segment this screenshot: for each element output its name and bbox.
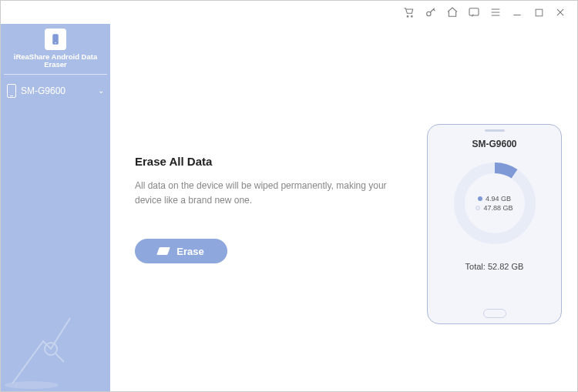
- erase-button[interactable]: Erase: [135, 239, 227, 263]
- svg-point-1: [411, 15, 412, 17]
- close-icon[interactable]: [554, 6, 566, 18]
- sidebar-decoration-icon: [1, 299, 110, 391]
- storage-legend: 4.94 GB 47.88 GB: [449, 157, 541, 250]
- legend-used: 4.94 GB: [478, 195, 511, 203]
- phone-icon: [7, 84, 16, 98]
- brand: iReaShare Android Data Eraser: [1, 24, 110, 78]
- home-icon[interactable]: [446, 6, 459, 18]
- dot-used-icon: [478, 196, 482, 201]
- chevron-down-icon: ⌄: [98, 86, 104, 95]
- erase-button-label: Erase: [176, 246, 203, 257]
- app-body: iReaShare Android Data Eraser SM-G9600 ⌄…: [1, 24, 577, 391]
- brand-logo-icon: [45, 28, 66, 50]
- svg-point-6: [55, 42, 56, 44]
- minimize-icon[interactable]: [511, 6, 523, 18]
- content-pane: Erase All Data All data on the device wi…: [110, 24, 427, 391]
- used-label: 4.94 GB: [486, 195, 511, 203]
- dot-free-icon: [476, 206, 480, 210]
- phone-speaker-icon: [485, 129, 505, 132]
- feedback-icon[interactable]: [468, 6, 480, 18]
- svg-rect-4: [536, 9, 543, 16]
- brand-name: iReaShare Android Data Eraser: [4, 52, 107, 75]
- cart-icon[interactable]: [403, 6, 415, 18]
- svg-point-7: [5, 381, 59, 389]
- svg-point-2: [427, 12, 431, 15]
- phone-preview: SM-G9600 4.94 GB 47.88 GB: [427, 124, 562, 324]
- total-storage-label: Total: 52.82 GB: [465, 262, 524, 271]
- device-model: SM-G9600: [472, 139, 516, 149]
- titlebar: [1, 1, 577, 24]
- menu-icon[interactable]: [489, 6, 502, 18]
- storage-donut: 4.94 GB 47.88 GB: [449, 157, 541, 250]
- key-icon[interactable]: [425, 6, 437, 18]
- svg-rect-3: [469, 8, 479, 15]
- legend-free: 47.88 GB: [476, 204, 512, 212]
- page-description: All data on the device will be wiped per…: [135, 179, 412, 208]
- device-panel: SM-G9600 4.94 GB 47.88 GB: [427, 24, 577, 391]
- sidebar-device-label: SM-G9600: [21, 85, 66, 96]
- sidebar: iReaShare Android Data Eraser SM-G9600 ⌄: [1, 24, 110, 391]
- main-area: Erase All Data All data on the device wi…: [110, 24, 577, 391]
- page-heading: Erase All Data: [135, 155, 412, 168]
- free-label: 47.88 GB: [483, 204, 512, 212]
- sidebar-device-item[interactable]: SM-G9600 ⌄: [1, 78, 110, 104]
- eraser-icon: [156, 247, 170, 255]
- maximize-icon[interactable]: [533, 6, 545, 18]
- svg-point-0: [407, 15, 408, 17]
- phone-home-icon: [483, 309, 506, 318]
